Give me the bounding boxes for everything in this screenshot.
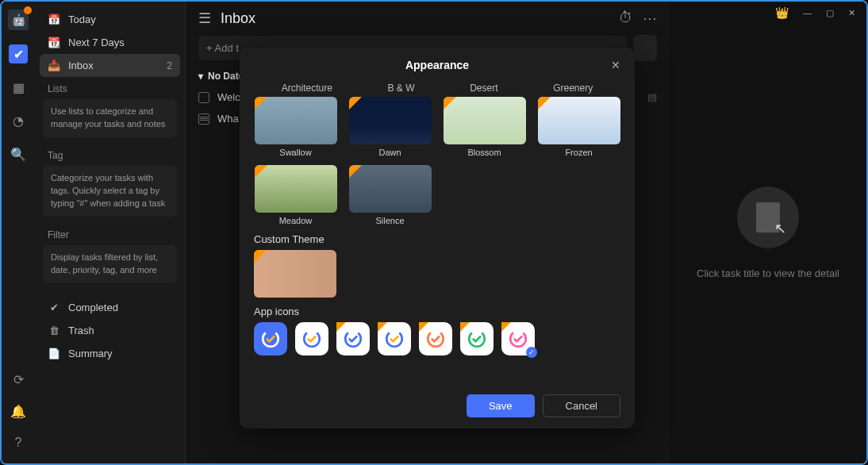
inbox-count: 2 [167,60,172,71]
rail-sync-icon[interactable]: ⟳ [9,370,28,389]
sidebar-item-next7days[interactable]: 📆 Next 7 Days [40,31,180,54]
summary-icon: 📄 [48,348,60,359]
app-icon-option[interactable] [378,322,411,355]
section-lists-title: Lists [40,77,180,98]
sort-icon[interactable]: ⏱ [619,10,633,27]
vip-badge-icon [444,97,456,110]
check-icon: ✔ [48,302,60,313]
sidebar-item-inbox[interactable]: 📥 Inbox 2 [40,54,180,77]
detail-panel: ↖ Click task title to view the detail [670,2,866,463]
vip-badge-icon [501,322,511,332]
sidebar-item-label: Next 7 Days [68,37,125,48]
detail-placeholder-icon: ↖ [737,186,799,248]
save-button[interactable]: Save [467,394,535,417]
avatar-badge [24,6,32,14]
theme-swallow[interactable] [255,97,337,144]
theme-category[interactable]: Greenery [553,83,593,94]
rail-tasks-icon[interactable]: ✔ [9,44,28,63]
avatar[interactable]: 🤖 [8,10,29,30]
group-label: No Date [208,71,244,82]
cancel-button[interactable]: Cancel [543,394,620,417]
more-icon[interactable]: ⋯ [643,10,657,27]
section-lists-tip: Use lists to categorize and manage your … [43,99,177,137]
theme-label: Silence [375,216,404,225]
section-filter-tip: Display tasks filtered by list, date, pr… [43,245,177,283]
minimize-button[interactable]: — [803,8,812,17]
vip-badge-icon [460,322,470,332]
theme-frozen[interactable] [538,97,620,144]
task-title: Wha [217,113,239,125]
sidebar-item-today[interactable]: 📅 Today [40,8,180,31]
task-title: Welc [217,91,240,103]
appearance-modal: Appearance ✕ ArchitectureB & WDesertGree… [240,48,635,428]
vip-badge-icon [336,322,346,332]
theme-label: Meadow [279,216,313,225]
vip-badge-icon [538,97,551,110]
vip-badge-icon [419,322,428,332]
theme-blossom[interactable] [444,97,526,144]
rail-search-icon[interactable]: 🔍 [9,144,28,163]
sidebar-item-label: Trash [68,325,94,336]
app-icon-option[interactable] [419,322,452,355]
trash-icon: 🗑 [48,325,60,336]
close-window-button[interactable]: ✕ [848,8,855,18]
sidebar-item-summary[interactable]: 📄 Summary [40,342,180,365]
note-icon [198,113,209,125]
rail-notifications-icon[interactable]: 🔔 [9,402,28,421]
app-icon-option[interactable] [295,322,328,355]
theme-label: Swallow [279,148,311,157]
premium-crown-icon[interactable]: 👑 [775,6,789,19]
detail-hint: Click task title to view the detail [697,267,839,279]
maximize-button[interactable]: ▢ [826,8,834,18]
vip-badge-icon [255,97,267,110]
task-date-icon[interactable]: ▤ [647,91,657,103]
add-task-dropdown[interactable] [633,35,657,61]
vip-badge-icon [254,250,267,263]
rail-location-icon[interactable]: ◔ [9,111,28,130]
section-filter-title: Filter [40,223,180,244]
theme-category[interactable]: Architecture [282,83,332,94]
task-checkbox[interactable] [198,92,209,103]
sidebar-item-label: Completed [68,302,118,313]
theme-label: Frozen [565,148,592,157]
vip-badge-icon [255,165,267,178]
rail-help-icon[interactable]: ? [9,433,28,452]
section-tag-tip: Categorize your tasks with tags. Quickly… [43,166,177,217]
theme-custom[interactable] [254,250,336,298]
theme-category[interactable]: Desert [470,83,497,94]
sidebar: 📅 Today 📆 Next 7 Days 📥 Inbox 2 Lists Us… [35,2,186,463]
vip-badge-icon [378,322,387,332]
theme-dawn[interactable] [349,97,432,144]
sidebar-item-label: Today [68,13,96,25]
theme-category[interactable]: B & W [387,83,414,94]
theme-label: Blossom [467,148,501,157]
sidebar-item-trash[interactable]: 🗑 Trash [40,319,180,342]
app-icon-option[interactable] [336,322,370,355]
avatar-glyph: 🤖 [12,13,25,26]
theme-meadow[interactable] [255,165,337,213]
app-icon-option[interactable] [254,322,287,355]
chevron-down-icon: ▾ [198,71,203,82]
modal-title: Appearance [405,59,469,71]
custom-theme-title: Custom Theme [254,233,620,245]
section-tag-title: Tag [40,144,180,164]
app-icon-option[interactable] [460,322,494,355]
page-title: Inbox [221,10,255,27]
hamburger-icon[interactable]: ☰ [198,10,211,27]
appicons-title: App icons [254,306,620,317]
calendar-week-icon: 📆 [48,37,60,48]
modal-close-button[interactable]: ✕ [611,59,620,71]
rail-calendar-icon[interactable]: ▦ [9,78,28,97]
vip-badge-icon [349,97,362,110]
sidebar-item-label: Inbox [68,60,94,71]
calendar-today-icon: 📅 [48,13,60,25]
sidebar-item-completed[interactable]: ✔ Completed [40,296,180,319]
app-icon-option[interactable]: ✓ [501,322,535,355]
selected-mark-icon: ✓ [526,347,537,358]
vip-badge-icon [349,165,362,178]
sidebar-item-label: Summary [68,348,113,359]
theme-silence[interactable] [349,165,432,213]
theme-label: Dawn [378,148,401,157]
icon-rail: 🤖 ✔ ▦ ◔ 🔍 ⟳ 🔔 ? [2,2,35,463]
inbox-icon: 📥 [48,60,60,71]
